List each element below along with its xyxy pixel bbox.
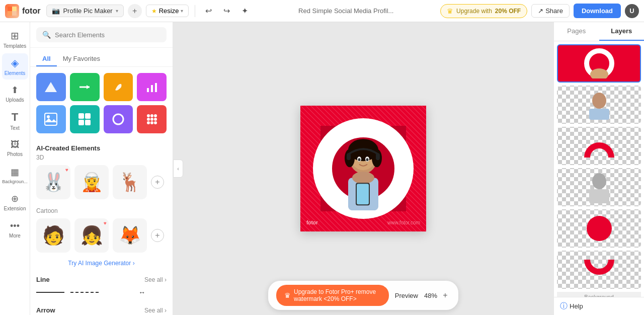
- sidebar-item-background[interactable]: ▦ Backgroun...: [2, 162, 28, 188]
- ai-sub-3d: 3D: [36, 154, 167, 161]
- search-wrapper[interactable]: 🔍: [36, 27, 167, 42]
- layer-3-arc: [584, 142, 614, 158]
- cartoon-add-button[interactable]: +: [151, 229, 164, 242]
- background-icon: ▦: [11, 167, 19, 178]
- zoom-add-button[interactable]: +: [440, 290, 450, 300]
- element-tile-shapes[interactable]: [36, 73, 66, 101]
- collapse-panel-button[interactable]: ‹: [173, 160, 183, 178]
- element-tile-landscape[interactable]: [36, 105, 66, 133]
- sidebar-icons: ⊞ Templates ◈ Elements ⬆ Uploads T Text …: [0, 22, 30, 315]
- sidebar-label-extension: Extension: [4, 206, 26, 211]
- filename-label: Red Simple Social Media Profil...: [256, 7, 436, 15]
- main-layout: ⊞ Templates ◈ Elements ⬆ Uploads T Text …: [0, 22, 644, 315]
- sidebar-item-elements[interactable]: ◈ Elements: [2, 53, 28, 80]
- cartoon-section: Cartoon 🧑 ♥ 👧 🦊 +: [30, 202, 173, 256]
- layer-thumb-4[interactable]: [557, 168, 641, 206]
- divider-1: [195, 5, 195, 17]
- svg-rect-12: [78, 113, 84, 119]
- element-tile-bars[interactable]: [137, 73, 167, 101]
- upgrade-pill-button[interactable]: ♛ Upgrade to Fotor Pro+ remove watermark…: [276, 285, 389, 306]
- resize-label: Resize: [159, 7, 179, 15]
- layer-thumb-3[interactable]: [557, 127, 641, 165]
- zoom-display: 48% +: [424, 290, 450, 300]
- sidebar-item-text[interactable]: T Text: [2, 108, 28, 134]
- tab-all[interactable]: All: [36, 52, 57, 66]
- cartoon-sub-title: Cartoon: [36, 207, 167, 214]
- arrow-see-all[interactable]: See all ›: [144, 307, 167, 314]
- tab-layers[interactable]: Layers: [599, 22, 645, 41]
- svg-point-17: [147, 114, 150, 117]
- download-button[interactable]: Download: [574, 4, 621, 18]
- svg-point-24: [150, 121, 153, 124]
- sidebar-item-more[interactable]: ••• More: [2, 216, 28, 243]
- element-tile-circle[interactable]: [104, 105, 133, 133]
- layer-4-preview: [584, 171, 614, 204]
- svg-rect-0: [8, 7, 12, 11]
- line-section-header: Line See all ›: [30, 271, 173, 285]
- magic-button[interactable]: ✦: [237, 4, 252, 18]
- project-tab[interactable]: 📷 Profile Pic Maker ▾: [46, 5, 123, 17]
- element-tile-dots[interactable]: [137, 105, 167, 133]
- deer-emoji: 🦌: [119, 172, 141, 193]
- character-emoji: 🧝: [80, 172, 103, 193]
- element-type-grid: [30, 67, 173, 139]
- line-arrow-ends[interactable]: ↔: [138, 288, 167, 296]
- elements-panel: 🔍 All My Favorites: [30, 22, 173, 315]
- tab-pages[interactable]: Pages: [554, 22, 599, 41]
- resize-button[interactable]: ★ Resize ▾: [146, 5, 189, 17]
- layer-thumb-6[interactable]: [557, 251, 641, 289]
- redo-button[interactable]: ↪: [219, 4, 233, 18]
- undo-button[interactable]: ↩: [201, 4, 215, 18]
- search-bar: 🔍: [30, 22, 173, 48]
- ai-3d-add-button[interactable]: +: [151, 176, 164, 189]
- tab-label: Profile Pic Maker: [63, 7, 112, 15]
- sidebar-item-uploads[interactable]: ⬆ Uploads: [2, 81, 28, 107]
- try-ai-link[interactable]: Try AI Image Generator ›: [30, 256, 173, 271]
- help-button[interactable]: ⓘ Help: [554, 297, 644, 315]
- element-tile-grid[interactable]: [70, 105, 100, 133]
- element-tile-brush[interactable]: [104, 73, 133, 101]
- design-canvas[interactable]: fotor www.fotor.com: [300, 106, 426, 231]
- svg-point-44: [592, 93, 606, 109]
- upgrade-pill-label: Upgrade to Fotor Pro+ remove watermark <…: [294, 288, 381, 302]
- share-button[interactable]: ↗ Share: [531, 4, 570, 18]
- layer-thumb-2[interactable]: [557, 86, 641, 124]
- layer-thumb-1[interactable]: [557, 44, 641, 83]
- search-input[interactable]: [55, 31, 160, 39]
- sidebar-item-photos[interactable]: 🖼 Photos: [2, 135, 28, 161]
- extension-icon: ⊕: [11, 193, 19, 204]
- user-avatar[interactable]: U: [625, 4, 639, 18]
- tab-favorites[interactable]: My Favorites: [57, 52, 106, 66]
- ai-item-rabbit[interactable]: ♥ 🐰: [36, 165, 70, 199]
- ai-item-character[interactable]: 🧝: [74, 165, 109, 199]
- zoom-value: 48%: [424, 292, 437, 299]
- layer-thumb-5[interactable]: [557, 209, 641, 248]
- resize-chevron-icon: ▾: [181, 8, 183, 14]
- ai-item-anime-boy[interactable]: 🧑: [36, 218, 70, 253]
- sidebar-item-extension[interactable]: ⊕ Extension: [2, 189, 28, 215]
- line-see-all[interactable]: See all ›: [144, 276, 167, 283]
- svg-point-35: [358, 158, 361, 161]
- canvas-area: ‹: [173, 22, 553, 315]
- canvas-logo-text: fotor: [306, 220, 318, 225]
- line-solid[interactable]: [36, 292, 64, 293]
- ai-item-anime-girl[interactable]: ♥ 👧: [74, 218, 109, 253]
- element-tile-arrows[interactable]: [70, 73, 100, 101]
- preview-button[interactable]: Preview: [395, 292, 418, 299]
- ai-section-title: AI-Created Elements: [36, 144, 167, 152]
- arrow-section-header: Arrow See all ›: [30, 301, 173, 315]
- svg-rect-47: [589, 189, 609, 203]
- sidebar-item-templates[interactable]: ⊞ Templates: [2, 26, 28, 52]
- search-icon: 🔍: [42, 31, 51, 39]
- add-tab-button[interactable]: +: [128, 4, 142, 18]
- right-panel-tabs: Pages Layers: [554, 22, 644, 41]
- line-dashed[interactable]: [70, 292, 99, 293]
- sidebar-label-templates: Templates: [4, 43, 27, 49]
- upgrade-top-button[interactable]: ♛ Upgrade with 20% OFF: [440, 4, 527, 18]
- ai-item-dog[interactable]: 🦊: [113, 218, 147, 253]
- line-wavy[interactable]: [105, 290, 133, 295]
- help-icon: ⓘ: [560, 301, 568, 311]
- ai-item-deer[interactable]: 🦌: [113, 165, 147, 199]
- svg-point-46: [592, 173, 606, 189]
- arrow-title: Arrow: [36, 306, 55, 314]
